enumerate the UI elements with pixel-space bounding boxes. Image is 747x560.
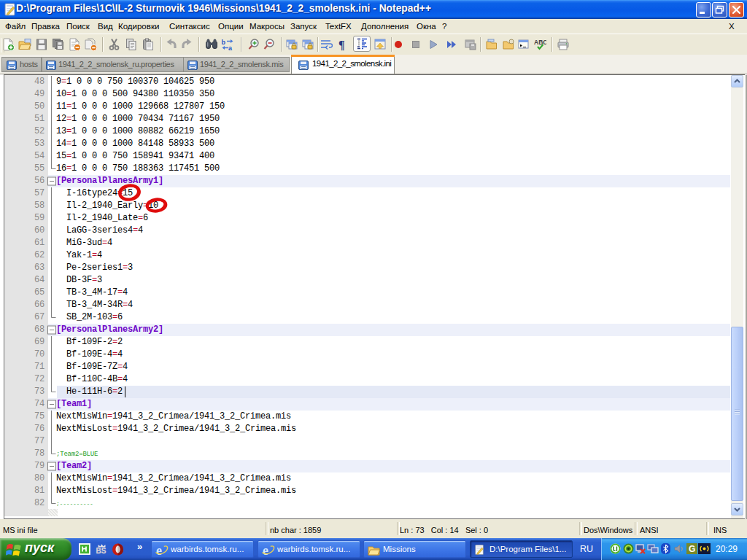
svg-text:¶: ¶ [338, 39, 345, 51]
svg-text:b: b [222, 39, 226, 46]
svg-text:BS: BS [96, 547, 107, 555]
svg-text:G: G [689, 544, 695, 554]
svg-text:a: a [228, 44, 233, 51]
svg-text:ABC: ABC [534, 39, 546, 46]
svg-text:e: e [156, 544, 162, 556]
svg-text:e: e [263, 544, 268, 556]
